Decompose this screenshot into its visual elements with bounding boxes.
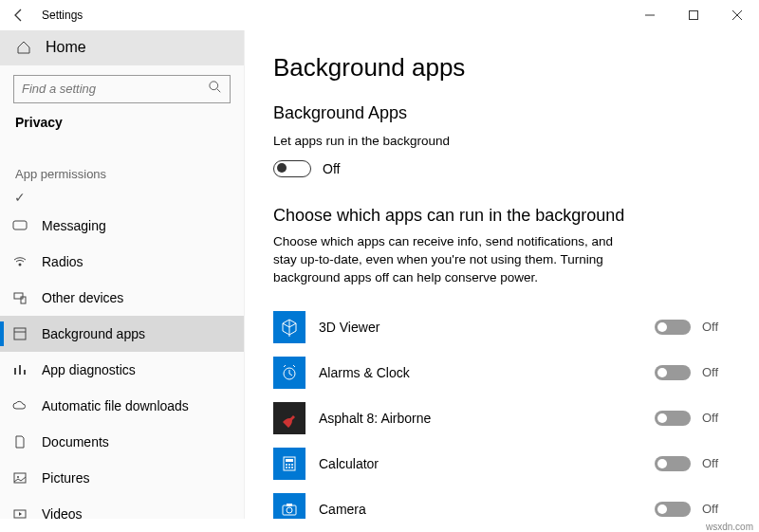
svg-rect-12 bbox=[24, 370, 26, 375]
app-toggle[interactable] bbox=[655, 502, 691, 517]
app-list: 3D Viewer Off Alarms & Clock Off Asphalt… bbox=[273, 304, 731, 519]
attribution: wsxdn.com bbox=[706, 522, 753, 532]
maximize-button[interactable] bbox=[672, 0, 715, 30]
app-icon-alarms bbox=[273, 357, 305, 389]
home-icon bbox=[15, 39, 32, 56]
minimize-button[interactable] bbox=[628, 0, 672, 30]
app-state: Off bbox=[702, 502, 731, 516]
app-toggle[interactable] bbox=[655, 320, 691, 335]
sidebar-item-label: Radios bbox=[42, 254, 83, 269]
sidebar-item-label: App diagnostics bbox=[42, 362, 136, 377]
window-title: Settings bbox=[42, 9, 83, 22]
svg-rect-10 bbox=[14, 368, 16, 375]
app-icon-calculator bbox=[273, 448, 305, 480]
sidebar-item-label: Videos bbox=[42, 506, 83, 519]
tasks-icon: ✓ bbox=[11, 189, 28, 206]
svg-rect-27 bbox=[287, 504, 292, 506]
sidebar-item-documents[interactable]: Documents bbox=[0, 424, 244, 460]
sidebar-item-pictures[interactable]: Pictures bbox=[0, 460, 244, 496]
app-row-asphalt: Asphalt 8: Airborne Off bbox=[273, 395, 731, 441]
svg-point-20 bbox=[288, 464, 290, 466]
app-icon-camera bbox=[273, 493, 305, 519]
svg-point-26 bbox=[287, 507, 292, 513]
section-label: App permissions bbox=[0, 154, 244, 189]
master-toggle-state: Off bbox=[323, 161, 340, 176]
svg-rect-1 bbox=[690, 11, 698, 20]
app-state: Off bbox=[702, 320, 731, 334]
app-toggle[interactable] bbox=[655, 365, 691, 380]
section-heading-2: Choose which apps can run in the backgro… bbox=[273, 206, 731, 226]
section-heading: Background Apps bbox=[273, 103, 731, 123]
app-toggle[interactable] bbox=[655, 411, 691, 426]
background-apps-icon bbox=[11, 325, 28, 342]
sidebar-item-app-diagnostics[interactable]: App diagnostics bbox=[0, 352, 244, 388]
app-name: 3D Viewer bbox=[319, 320, 655, 335]
svg-point-22 bbox=[286, 467, 287, 468]
sidebar-item-label: Other devices bbox=[42, 290, 123, 305]
sidebar-item-videos[interactable]: Videos bbox=[0, 496, 244, 519]
svg-point-5 bbox=[19, 264, 22, 266]
sidebar-item-label: Background apps bbox=[42, 326, 145, 341]
title-bar: Settings bbox=[0, 0, 759, 30]
sidebar-item-label: Automatic file downloads bbox=[42, 398, 189, 413]
app-state: Off bbox=[702, 456, 731, 470]
app-name: Asphalt 8: Airborne bbox=[319, 411, 655, 426]
app-toggle[interactable] bbox=[655, 456, 691, 471]
app-state: Off bbox=[702, 365, 731, 379]
app-name: Alarms & Clock bbox=[319, 365, 655, 380]
app-row-alarms: Alarms & Clock Off bbox=[273, 350, 731, 395]
main-content: Background apps Background Apps Let apps… bbox=[245, 30, 759, 519]
svg-point-24 bbox=[291, 467, 293, 468]
home-label: Home bbox=[46, 39, 86, 56]
back-button[interactable] bbox=[0, 0, 38, 30]
app-icon-asphalt bbox=[273, 402, 305, 434]
svg-point-14 bbox=[17, 476, 19, 478]
app-icon-3d-viewer bbox=[273, 311, 305, 343]
app-name: Camera bbox=[319, 502, 655, 517]
devices-icon bbox=[11, 289, 28, 306]
sidebar-item-label: Messaging bbox=[42, 218, 106, 233]
sidebar-item-messaging[interactable]: Messaging bbox=[0, 208, 244, 244]
messaging-icon bbox=[11, 217, 28, 234]
svg-point-23 bbox=[288, 467, 290, 468]
svg-point-19 bbox=[286, 464, 287, 466]
svg-rect-6 bbox=[14, 293, 23, 299]
svg-rect-4 bbox=[13, 221, 27, 229]
sidebar-item-tasks-partial[interactable]: ✓ x bbox=[0, 189, 244, 208]
app-name: Calculator bbox=[319, 456, 655, 471]
sidebar-item-background-apps[interactable]: Background apps bbox=[0, 316, 244, 352]
master-toggle-label: Let apps run in the background bbox=[273, 133, 634, 151]
sidebar-item-radios[interactable]: Radios bbox=[0, 244, 244, 280]
document-icon bbox=[11, 433, 28, 450]
search-field[interactable] bbox=[22, 82, 193, 96]
page-title: Background apps bbox=[273, 53, 731, 83]
category-title: Privacy bbox=[0, 113, 244, 143]
sidebar-item-file-downloads[interactable]: Automatic file downloads bbox=[0, 388, 244, 424]
svg-point-2 bbox=[210, 81, 218, 89]
app-row-3d-viewer: 3D Viewer Off bbox=[273, 304, 731, 350]
app-row-calculator: Calculator Off bbox=[273, 441, 731, 486]
section-description: Choose which apps can receive info, send… bbox=[273, 233, 634, 287]
sidebar-item-label: Pictures bbox=[42, 470, 90, 486]
svg-line-3 bbox=[217, 88, 221, 92]
app-row-camera: Camera Off bbox=[273, 486, 731, 519]
app-state: Off bbox=[702, 411, 731, 425]
search-icon bbox=[209, 81, 222, 98]
diagnostics-icon bbox=[11, 361, 28, 378]
sidebar-item-other-devices[interactable]: Other devices bbox=[0, 280, 244, 316]
radios-icon bbox=[11, 253, 28, 270]
pictures-icon bbox=[11, 469, 28, 486]
svg-rect-18 bbox=[286, 459, 293, 462]
home-nav[interactable]: Home bbox=[0, 30, 244, 65]
svg-rect-11 bbox=[19, 365, 21, 375]
svg-rect-8 bbox=[14, 328, 26, 339]
sidebar: Home Privacy App permissions ✓ x Messagi… bbox=[0, 30, 245, 519]
search-input[interactable] bbox=[13, 75, 231, 103]
videos-icon bbox=[11, 505, 28, 519]
close-button[interactable] bbox=[715, 0, 759, 30]
cloud-icon bbox=[11, 397, 28, 414]
svg-point-21 bbox=[291, 464, 293, 466]
sidebar-item-label: Documents bbox=[42, 434, 109, 449]
master-toggle[interactable] bbox=[273, 160, 311, 177]
